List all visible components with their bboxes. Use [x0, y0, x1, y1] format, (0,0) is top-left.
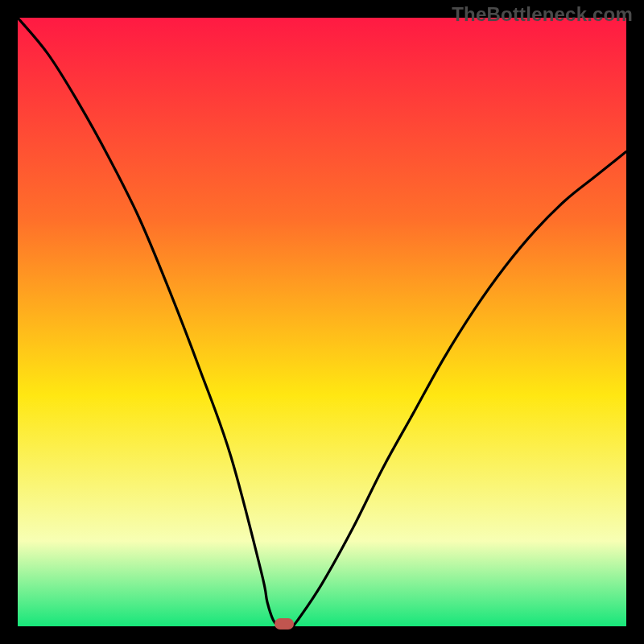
trough-marker [275, 618, 294, 630]
chart-container: TheBottleneck.com [0, 0, 644, 644]
chart-svg [18, 18, 626, 626]
watermark-text: TheBottleneck.com [452, 3, 633, 26]
plot-area [18, 18, 626, 626]
gradient-background [18, 18, 626, 626]
